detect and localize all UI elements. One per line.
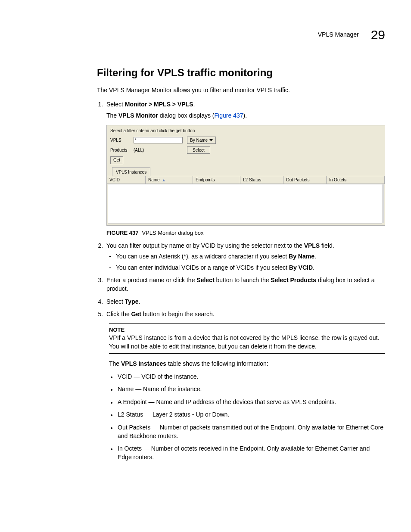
- figure-437: Select a filter criteria and click the g…: [106, 125, 385, 237]
- step5-a: Click the: [106, 311, 131, 317]
- page-header: VPLS Manager 29: [97, 26, 385, 44]
- step1-sub: The VPLS Monitor dialog box displays (Fi…: [106, 112, 385, 120]
- products-value: (ALL): [134, 147, 183, 153]
- col-out-packets[interactable]: Out Packets: [283, 176, 327, 184]
- note-label: NOTE: [109, 326, 385, 334]
- step2-d2b: By VCID: [289, 264, 313, 271]
- step1-sub-b: VPLS Monitor: [118, 112, 158, 119]
- step2-d1a: You can use an Asterisk (*), as a wildca…: [116, 253, 289, 260]
- note-body: VPIf a VPLS instance is from a device th…: [109, 334, 385, 351]
- grid-region: VCID Name Endpoints L2 Status Out Packet…: [107, 176, 385, 224]
- col-l2-status[interactable]: L2 Status: [240, 176, 283, 184]
- info-bullets: VCID — VCID of the instance. Name — Name…: [117, 373, 385, 462]
- note-block: NOTE VPIf a VPLS instance is from a devi…: [109, 323, 385, 354]
- step2-c: field.: [320, 242, 334, 249]
- chapter-number: 29: [371, 28, 385, 42]
- chevron-down-icon: [209, 139, 213, 141]
- vpls-monitor-dialog: Select a filter criteria and click the g…: [106, 125, 385, 226]
- step3-a: Enter a product name or click the: [106, 277, 196, 283]
- figure-caption: FIGURE 437VPLS Monitor dialog box: [106, 229, 385, 237]
- step2-dash-1: You can use an Asterisk (*), as a wildca…: [106, 252, 385, 261]
- step4-a: Select: [106, 298, 125, 305]
- sort-asc-icon: [162, 179, 165, 181]
- bullet-vcid: VCID — VCID of the instance.: [117, 373, 385, 381]
- step3-b: Select: [196, 277, 214, 283]
- col-vcid[interactable]: VCID: [107, 176, 146, 184]
- vpls-instances-tab[interactable]: VPLS Instances: [112, 167, 150, 176]
- step1-lead: Select: [106, 101, 125, 108]
- step1-trail: .: [193, 101, 195, 108]
- products-label: Products: [110, 147, 134, 153]
- page: VPLS Manager 29 Filtering for VPLS traff…: [0, 0, 411, 532]
- bullet-in-octets: In Octets — Number of octets received in…: [117, 445, 385, 461]
- followup-a: The: [109, 360, 121, 367]
- bullet-out-packets: Out Packets — Number of packets transmit…: [117, 423, 385, 440]
- step1-sub-d: ).: [243, 112, 247, 119]
- followup-text: The VPLS Instances table shows the follo…: [109, 360, 385, 368]
- col-in-octets[interactable]: In Octets: [327, 176, 385, 184]
- grid-header: VCID Name Endpoints L2 Status Out Packet…: [107, 176, 385, 184]
- get-button[interactable]: Get: [110, 156, 123, 164]
- col-name[interactable]: Name: [146, 176, 193, 184]
- step4-c: .: [138, 298, 140, 305]
- step2-sublist: You can use an Asterisk (*), as a wildca…: [106, 252, 385, 272]
- header-label: VPLS Manager: [318, 31, 359, 38]
- step2-dash-2: You can enter individual VCIDs or a rang…: [106, 264, 385, 272]
- step-2: You can filter output by name or by VCID…: [105, 242, 385, 272]
- step2-b: VPLS: [304, 242, 320, 249]
- steps-list: Select Monitor > MPLS > VPLS. The VPLS M…: [105, 100, 385, 319]
- step3-d: Select Products: [271, 277, 316, 283]
- step1-menu-path: Monitor > MPLS > VPLS: [125, 101, 193, 108]
- step-1: Select Monitor > MPLS > VPLS. The VPLS M…: [105, 100, 385, 237]
- step2-d1c: .: [314, 253, 316, 260]
- col-endpoints[interactable]: Endpoints: [193, 176, 240, 184]
- step5-c: button to begin the search.: [141, 311, 215, 317]
- section-title: Filtering for VPLS traffic monitoring: [97, 65, 385, 80]
- bullet-endpoint: A Endpoint — Name and IP address of the …: [117, 398, 385, 407]
- step1-sub-c: dialog box displays (: [158, 112, 215, 119]
- col-name-label: Name: [148, 177, 160, 182]
- vpls-label: VPLS: [110, 137, 134, 143]
- figure-number: FIGURE 437: [106, 230, 138, 236]
- bullet-l2-status: L2 Status — Layer 2 status - Up or Down.: [117, 411, 385, 419]
- bullet-name: Name — Name of the instance.: [117, 385, 385, 394]
- step2-a: You can filter output by name or by VCID…: [106, 242, 304, 249]
- intro-text: The VPLS Manager Monitor allows you to f…: [97, 86, 385, 95]
- figure-caption-text: VPLS Monitor dialog box: [142, 230, 203, 236]
- step-4: Select Type.: [105, 298, 385, 306]
- followup-c: table shows the following information:: [166, 360, 268, 367]
- followup-b: VPLS Instances: [121, 360, 166, 367]
- step2-d2a: You can enter individual VCIDs or a rang…: [116, 264, 289, 271]
- figure-link[interactable]: Figure 437: [215, 112, 243, 119]
- step5-b: Get: [131, 311, 141, 317]
- vpls-input[interactable]: *: [134, 137, 183, 143]
- step-3: Enter a product name or click the Select…: [105, 276, 385, 293]
- dialog-hint: Select a filter criteria and click the g…: [110, 128, 381, 134]
- step4-b: Type: [125, 298, 139, 305]
- step3-c: button to launch the: [215, 277, 271, 283]
- step2-d1b: By Name: [289, 253, 314, 260]
- step1-sub-a: The: [106, 112, 118, 119]
- by-name-label: By Name: [190, 137, 208, 143]
- grid-body: [108, 184, 382, 224]
- select-button[interactable]: Select: [187, 146, 210, 154]
- step2-d2c: .: [313, 264, 314, 271]
- by-name-dropdown[interactable]: By Name: [187, 137, 216, 144]
- step-5: Click the Get button to begin the search…: [105, 310, 385, 319]
